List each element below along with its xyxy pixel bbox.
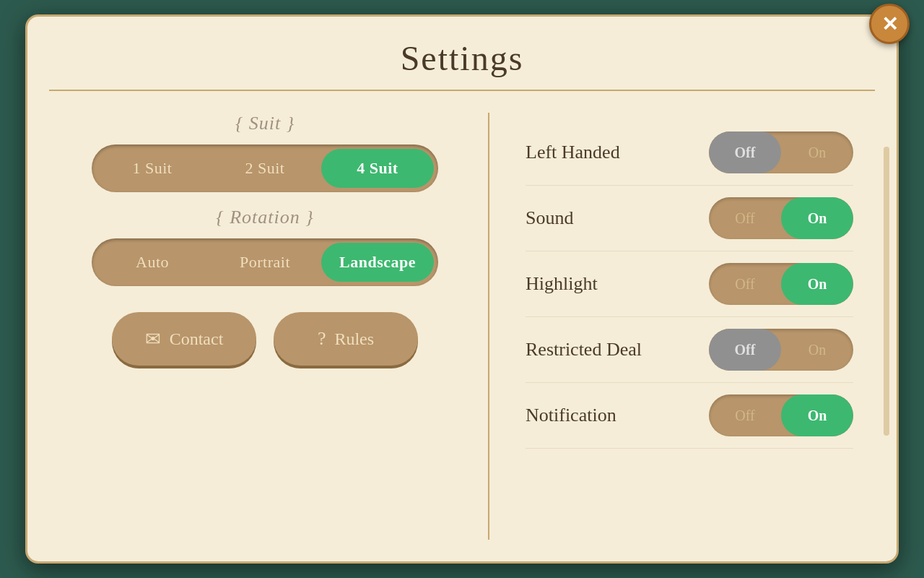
- close-button[interactable]: ✕: [869, 4, 910, 44]
- suit-option-1suit[interactable]: 1 Suit: [96, 149, 209, 188]
- rotation-option-landscape[interactable]: Landscape: [321, 243, 434, 282]
- sound-label: Sound: [526, 207, 573, 229]
- left-handed-off[interactable]: Off: [709, 131, 781, 173]
- restricted-deal-toggle[interactable]: Off On: [709, 329, 853, 371]
- setting-row-sound: Sound Off On: [526, 186, 853, 251]
- sound-on[interactable]: On: [781, 197, 853, 239]
- rotation-section: { Rotation } Auto Portrait Landscape: [71, 207, 459, 286]
- highlight-toggle[interactable]: Off On: [709, 263, 853, 305]
- left-panel: { Suit } 1 Suit 2 Suit 4 Suit { Rotation…: [71, 113, 489, 540]
- rules-button[interactable]: ? Rules: [274, 312, 418, 366]
- rotation-toggle-group: Auto Portrait Landscape: [92, 238, 438, 286]
- suit-option-4suit[interactable]: 4 Suit: [321, 149, 434, 188]
- contact-label: Contact: [170, 329, 224, 349]
- sound-off[interactable]: Off: [709, 197, 781, 239]
- restricted-deal-label: Restricted Deal: [526, 339, 642, 361]
- scrollbar[interactable]: [884, 147, 889, 436]
- notification-label: Notification: [526, 405, 616, 426]
- contact-button[interactable]: ✉ Contact: [112, 312, 256, 366]
- suit-option-2suit[interactable]: 2 Suit: [209, 149, 321, 188]
- highlight-label: Highlight: [526, 273, 598, 295]
- highlight-on[interactable]: On: [781, 263, 853, 305]
- modal-body: { Suit } 1 Suit 2 Suit 4 Suit { Rotation…: [27, 113, 897, 540]
- left-handed-toggle[interactable]: Off On: [709, 131, 853, 173]
- setting-row-highlight: Highlight Off On: [526, 251, 853, 317]
- right-panel: Left Handed Off On Sound Off On Highligh…: [489, 113, 853, 540]
- rotation-option-auto[interactable]: Auto: [96, 243, 209, 282]
- left-handed-label: Left Handed: [526, 142, 620, 163]
- modal-title: Settings: [401, 17, 524, 90]
- rules-icon: ?: [318, 328, 326, 350]
- restricted-deal-off[interactable]: Off: [709, 329, 781, 371]
- setting-row-notification: Notification Off On: [526, 383, 853, 449]
- left-handed-on[interactable]: On: [781, 131, 853, 173]
- rules-label: Rules: [334, 329, 374, 349]
- settings-modal: ✕ Settings { Suit } 1 Suit 2 Suit 4 Suit…: [25, 14, 899, 564]
- setting-row-left-handed: Left Handed Off On: [526, 120, 853, 186]
- setting-row-restricted-deal: Restricted Deal Off On: [526, 317, 853, 383]
- suit-section-label: { Suit }: [235, 113, 295, 134]
- title-divider: [49, 90, 875, 91]
- suit-toggle-group: 1 Suit 2 Suit 4 Suit: [92, 144, 438, 192]
- rotation-section-label: { Rotation }: [216, 207, 313, 228]
- notification-on[interactable]: On: [781, 394, 853, 436]
- contact-icon: ✉: [145, 328, 161, 350]
- action-buttons: ✉ Contact ? Rules: [112, 312, 418, 366]
- highlight-off[interactable]: Off: [709, 263, 781, 305]
- notification-toggle[interactable]: Off On: [709, 394, 853, 436]
- sound-toggle[interactable]: Off On: [709, 197, 853, 239]
- notification-off[interactable]: Off: [709, 394, 781, 436]
- rotation-option-portrait[interactable]: Portrait: [209, 243, 321, 282]
- suit-section: { Suit } 1 Suit 2 Suit 4 Suit: [71, 113, 459, 192]
- restricted-deal-on[interactable]: On: [781, 329, 853, 371]
